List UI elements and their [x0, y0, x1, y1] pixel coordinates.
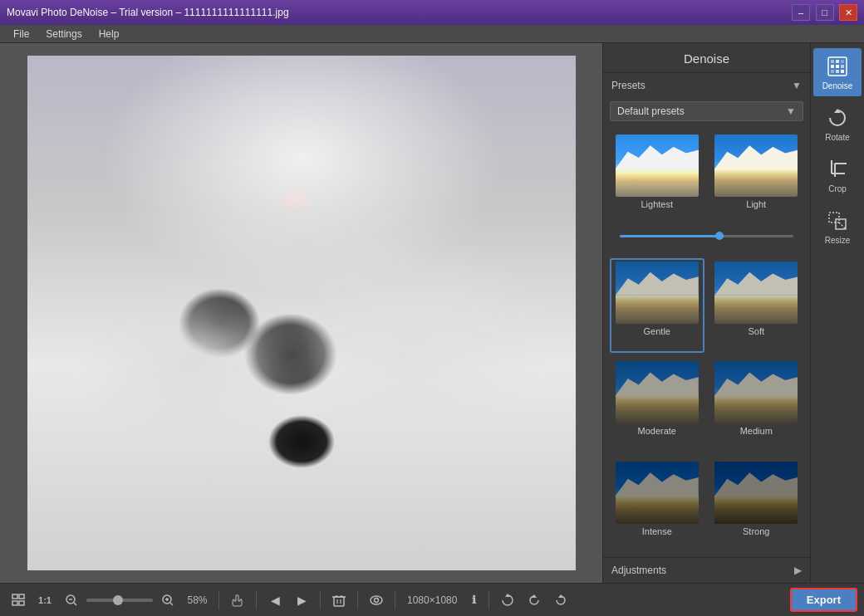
preset-soft[interactable]: Soft: [709, 258, 804, 354]
svg-rect-4: [831, 65, 834, 68]
preset-medium[interactable]: Medium: [709, 358, 804, 453]
window-controls: – □ ✕: [790, 4, 857, 22]
denoise-icon: [826, 55, 849, 78]
toolbar-separator-1: [218, 591, 219, 609]
preset-moderate[interactable]: Moderate: [610, 358, 704, 453]
svg-rect-6: [841, 65, 844, 68]
window-title: Movavi Photo DeNoise – Trial version – 1…: [7, 7, 289, 18]
maximize-button[interactable]: □: [816, 4, 834, 21]
presets-dropdown-label: Default presets: [617, 105, 685, 117]
preset-label-gentle: Gentle: [644, 326, 670, 336]
svg-rect-2: [836, 60, 839, 63]
svg-rect-20: [19, 594, 24, 599]
preset-intense[interactable]: Intense: [610, 458, 704, 554]
svg-point-36: [371, 596, 382, 604]
preset-slider-thumb[interactable]: [715, 232, 724, 240]
preset-label-lightest: Lightest: [641, 199, 673, 209]
toolbar-separator-6: [488, 591, 489, 609]
zoom-in-button[interactable]: [156, 589, 179, 612]
dog-photo: [27, 56, 576, 570]
svg-line-18: [839, 222, 846, 229]
rotate-cw-button[interactable]: [496, 589, 519, 612]
photo-display: [27, 56, 576, 570]
preset-label-moderate: Moderate: [638, 426, 676, 436]
preset-slider[interactable]: [620, 235, 794, 237]
zoom-out-button[interactable]: [60, 589, 83, 612]
svg-line-25: [74, 603, 76, 605]
preset-label-light: Light: [746, 199, 766, 209]
preset-thumb-moderate: [616, 361, 699, 423]
preset-light[interactable]: Light: [709, 131, 804, 227]
adjustments-section[interactable]: Adjustments ▶: [603, 557, 810, 583]
info-button[interactable]: ℹ: [465, 589, 482, 612]
right-panel: Denoise Presets ▼ Default presets ▼ Ligh…: [602, 43, 810, 583]
preset-image-moderate: [616, 361, 699, 423]
preset-strong[interactable]: Strong: [709, 458, 804, 554]
svg-rect-9: [841, 70, 844, 73]
svg-rect-16: [829, 213, 839, 222]
tool-resize[interactable]: Resize: [813, 203, 862, 251]
adjustments-label: Adjustments: [611, 565, 666, 576]
preset-gentle[interactable]: Gentle: [610, 258, 704, 354]
next-button[interactable]: ▶: [290, 589, 313, 612]
preset-label-intense: Intense: [642, 526, 672, 536]
close-button[interactable]: ✕: [839, 4, 857, 21]
delete-button[interactable]: [327, 589, 351, 612]
adjustments-arrow-icon: ▶: [794, 565, 802, 576]
preset-image-light: [714, 134, 798, 197]
resize-icon: [826, 209, 849, 232]
pan-tool-button[interactable]: [226, 589, 249, 612]
presets-header: Presets ▼: [603, 73, 810, 98]
toolbar-separator-5: [395, 591, 395, 609]
presets-grid: Lightest Light Gentle: [603, 128, 810, 557]
svg-line-29: [170, 603, 173, 605]
undo-button[interactable]: [523, 589, 546, 612]
presets-dropdown[interactable]: Default presets ▼: [610, 101, 803, 121]
preset-label-strong: Strong: [743, 526, 769, 536]
preview-button[interactable]: [365, 589, 388, 612]
svg-rect-19: [12, 594, 17, 599]
menu-file[interactable]: File: [5, 27, 37, 42]
preset-lightest[interactable]: Lightest: [610, 131, 704, 227]
tool-rotate-label: Rotate: [825, 133, 849, 142]
preset-image-soft: [714, 262, 798, 324]
preset-thumb-gentle: [616, 262, 699, 324]
image-size-info: 1080×1080: [402, 594, 462, 606]
svg-rect-30: [334, 597, 344, 606]
redo-button[interactable]: [549, 589, 572, 612]
svg-rect-21: [12, 601, 17, 605]
main-area: Denoise Presets ▼ Default presets ▼ Ligh…: [0, 43, 864, 583]
preset-thumb-medium: [714, 361, 798, 423]
preset-slider-container: [610, 232, 803, 253]
prev-button[interactable]: ◀: [263, 589, 287, 612]
fit-view-button[interactable]: [7, 589, 30, 612]
export-button[interactable]: Export: [790, 588, 857, 612]
panel-title: Denoise: [603, 43, 810, 73]
minimize-button[interactable]: –: [792, 4, 810, 21]
svg-rect-5: [836, 65, 839, 68]
preset-thumb-soft: [714, 262, 798, 324]
tool-denoise[interactable]: Denoise: [813, 48, 862, 96]
tool-crop[interactable]: Crop: [813, 151, 862, 199]
rotate-icon: [826, 106, 849, 130]
canvas-area: [0, 43, 602, 583]
svg-rect-22: [19, 601, 24, 605]
menu-help[interactable]: Help: [91, 27, 128, 42]
svg-rect-1: [831, 60, 834, 63]
zoom-1to1-button[interactable]: 1:1: [33, 589, 56, 612]
menu-settings[interactable]: Settings: [37, 27, 90, 42]
zoom-slider[interactable]: [86, 599, 153, 602]
preset-image-intense: [616, 462, 699, 524]
menu-bar: File Settings Help: [0, 25, 864, 43]
title-bar: Movavi Photo DeNoise – Trial version – 1…: [0, 0, 864, 25]
svg-rect-7: [831, 70, 834, 73]
zoom-slider-thumb[interactable]: [113, 595, 123, 605]
tool-rotate[interactable]: Rotate: [813, 100, 862, 148]
tool-sidebar: Denoise Rotate Crop: [810, 43, 864, 583]
tool-crop-label: Crop: [828, 184, 847, 193]
bottom-toolbar: 1:1 58% ◀ ▶: [0, 583, 864, 616]
crop-icon: [826, 158, 849, 181]
svg-point-37: [375, 598, 379, 602]
svg-rect-8: [836, 70, 839, 73]
preset-thumb-intense: [616, 462, 699, 524]
